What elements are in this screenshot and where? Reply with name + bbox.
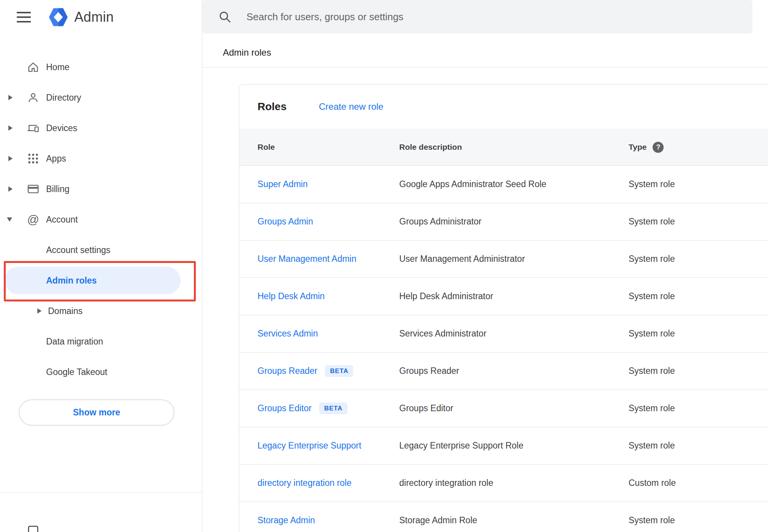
sidebar-item-account-settings[interactable]: Account settings [0, 235, 202, 265]
sidebar-item-label: Admin roles [46, 276, 97, 286]
sidebar-item-google-takeout[interactable]: Google Takeout [0, 357, 202, 387]
sidebar-item-label: Google Takeout [46, 367, 107, 377]
role-link[interactable]: Groups Editor [258, 403, 312, 413]
sidebar-item-apps[interactable]: Apps [0, 143, 202, 174]
menu-icon[interactable] [17, 12, 31, 22]
role-type: System role [629, 390, 675, 427]
role-cell: Help Desk Admin [258, 278, 325, 315]
role-type: System role [629, 166, 675, 203]
sidebar-item-label: Home [46, 62, 69, 72]
column-header-role: Role [258, 129, 275, 165]
role-type: System role [629, 353, 675, 389]
role-description: Google Apps Administrator Seed Role [399, 166, 546, 203]
role-description: Groups Administrator [399, 203, 482, 240]
table-row: Super Admin Google Apps Administrator Se… [239, 165, 768, 203]
role-cell: Storage Admin [258, 502, 315, 532]
credit-card-icon [27, 183, 40, 195]
table-row: Help Desk Admin Help Desk Administrator … [239, 277, 768, 315]
devices-icon [27, 122, 40, 135]
beta-badge: BETA [325, 365, 353, 377]
role-description: Legacy Enterprise Support Role [399, 427, 523, 464]
role-type: System role [629, 240, 675, 277]
admin-logo-icon [48, 7, 68, 27]
sidebar-item-label: Billing [46, 184, 69, 194]
breadcrumb-divider [202, 67, 768, 67]
role-type: System role [629, 427, 675, 464]
sidebar-item-devices[interactable]: Devices [0, 113, 202, 143]
main-content: Admin roles Roles Create new role Role R… [202, 0, 768, 532]
sidebar-item-home[interactable]: Home [0, 52, 202, 82]
help-icon[interactable]: ? [653, 142, 664, 153]
sidebar-nav: Home Directory Devices [0, 52, 202, 387]
role-link[interactable]: Storage Admin [258, 515, 315, 526]
expand-caret-icon[interactable] [37, 308, 42, 314]
column-header-type-label: Type [629, 143, 646, 152]
expand-caret-icon[interactable] [8, 95, 13, 100]
breadcrumb: Admin roles [223, 45, 271, 60]
table-row: directory integration role directory int… [239, 464, 768, 502]
table-row: User Management Admin User Management Ad… [239, 240, 768, 277]
app-title: Admin [74, 9, 114, 25]
role-link[interactable]: Groups Admin [258, 216, 313, 227]
expand-caret-icon[interactable] [8, 186, 13, 192]
role-type: System role [629, 278, 675, 315]
table-body: Super Admin Google Apps Administrator Se… [239, 165, 768, 532]
table-row: Storage Admin Storage Admin Role System … [239, 502, 768, 532]
sidebar-item-label: Domains [48, 306, 83, 316]
sidebar-item-label: Data migration [46, 337, 103, 347]
role-description: directory integration role [399, 465, 493, 502]
role-type: System role [629, 203, 675, 240]
table-row: Groups Admin Groups Administrator System… [239, 203, 768, 240]
home-icon [27, 61, 40, 74]
create-new-role-link[interactable]: Create new role [319, 101, 383, 112]
role-link[interactable]: Groups Reader [258, 366, 317, 376]
role-cell: User Management Admin [258, 240, 357, 277]
role-link[interactable]: Services Admin [258, 328, 318, 339]
collapse-caret-icon[interactable] [7, 218, 12, 222]
column-header-type: Type ? [629, 129, 664, 165]
sidebar-item-data-migration[interactable]: Data migration [0, 326, 202, 357]
role-link[interactable]: Help Desk Admin [258, 291, 325, 301]
table-row: Groups Editor BETA Groups Editor System … [239, 389, 768, 427]
sidebar-bottom-icon[interactable] [27, 524, 40, 532]
sidebar-item-billing[interactable]: Billing [0, 174, 202, 204]
role-cell: Groups Reader BETA [258, 353, 353, 389]
at-sign-icon: @ [27, 213, 40, 226]
role-type: Custom role [629, 465, 676, 502]
roles-title: Roles [258, 101, 286, 113]
role-link[interactable]: User Management Admin [258, 254, 357, 264]
expand-caret-icon[interactable] [8, 125, 13, 131]
sidebar-item-domains[interactable]: Domains [0, 296, 202, 326]
search-icon [218, 10, 232, 24]
show-more-button[interactable]: Show more [19, 399, 174, 426]
role-description: Groups Editor [399, 390, 453, 427]
role-cell: directory integration role [258, 465, 352, 502]
role-link[interactable]: directory integration role [258, 478, 352, 488]
search-bar[interactable] [202, 0, 752, 34]
roles-card: Roles Create new role Role Role descript… [239, 84, 768, 532]
role-description: User Management Administrator [399, 240, 525, 277]
apps-grid-icon [27, 152, 40, 165]
sidebar-item-account[interactable]: @ Account [0, 204, 202, 235]
sidebar-item-admin-roles[interactable]: Admin roles [0, 265, 202, 296]
role-type: System role [629, 315, 675, 352]
sidebar-item-label: Apps [46, 154, 66, 164]
person-icon [27, 91, 40, 104]
sidebar: Admin Home Directory [0, 0, 202, 532]
search-input[interactable] [246, 11, 752, 23]
sidebar-item-label: Account settings [46, 245, 110, 255]
sidebar-header: Admin [0, 0, 202, 34]
role-link[interactable]: Legacy Enterprise Support [258, 441, 361, 451]
role-type: System role [629, 502, 675, 532]
role-cell: Groups Admin [258, 203, 313, 240]
expand-caret-icon[interactable] [8, 156, 13, 161]
table-row: Services Admin Services Administrator Sy… [239, 315, 768, 352]
role-link[interactable]: Super Admin [258, 179, 308, 189]
column-header-description: Role description [399, 129, 462, 165]
sidebar-item-label: Account [46, 215, 78, 225]
role-description: Services Administrator [399, 315, 486, 352]
sidebar-item-label: Devices [46, 123, 77, 133]
sidebar-item-directory[interactable]: Directory [0, 82, 202, 113]
table-header-row: Role Role description Type ? [239, 129, 768, 165]
role-cell: Super Admin [258, 166, 308, 203]
